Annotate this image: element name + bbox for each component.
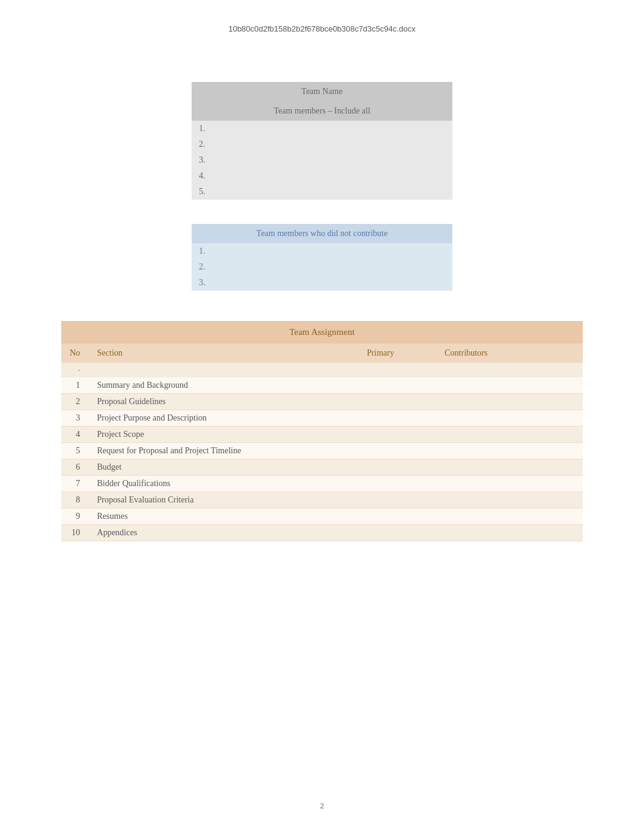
row-6-section: Budget bbox=[90, 459, 324, 476]
row-5-no: 5 bbox=[61, 443, 90, 459]
row-3-section: Project Purpose and Description bbox=[90, 410, 324, 427]
col-no-header: No bbox=[61, 343, 90, 363]
team-name-title: Team Name bbox=[192, 82, 452, 101]
non-contribute-subheader: Team members who did not contribute bbox=[192, 224, 452, 243]
row-1-section: Summary and Background bbox=[90, 377, 324, 394]
row-1-primary bbox=[324, 377, 438, 394]
row-4-contributors bbox=[437, 427, 583, 443]
team-member-3-row: 3. bbox=[192, 152, 452, 168]
team-member-1-row: 1. bbox=[192, 121, 452, 137]
team-member-5: 5. bbox=[192, 184, 452, 200]
non-contribute-subheader-row: Team members who did not contribute bbox=[192, 224, 452, 243]
assignment-row-5: 5 Request for Proposal and Project Timel… bbox=[61, 443, 583, 459]
row-10-contributors bbox=[437, 525, 583, 541]
assignment-row-9: 9 Resumes bbox=[61, 509, 583, 525]
row-7-no: 7 bbox=[61, 476, 90, 492]
non-contribute-member-1-row: 1. bbox=[192, 243, 452, 259]
row-7-primary bbox=[324, 476, 438, 492]
row-5-section: Request for Proposal and Project Timelin… bbox=[90, 443, 324, 459]
row-10-no: 10 bbox=[61, 525, 90, 541]
non-contribute-table: Team members who did not contribute 1. 2… bbox=[192, 224, 452, 291]
assignment-row-1: 1 Summary and Background bbox=[61, 377, 583, 394]
row-5-contributors bbox=[437, 443, 583, 459]
row-6-contributors bbox=[437, 459, 583, 476]
bullet-cell: · bbox=[61, 363, 90, 377]
non-contribute-member-2: 2. bbox=[192, 259, 452, 275]
row-9-no: 9 bbox=[61, 509, 90, 525]
row-10-primary bbox=[324, 525, 438, 541]
assignment-row-8: 8 Proposal Evaluation Criteria bbox=[61, 492, 583, 509]
page: 10b80c0d2fb158b2b2f678bce0b308c7d3c5c94c… bbox=[0, 0, 644, 835]
assignment-table: Team Assignment No Section Primary Contr… bbox=[61, 321, 583, 541]
row-8-no: 8 bbox=[61, 492, 90, 509]
row-1-no: 1 bbox=[61, 377, 90, 394]
row-4-primary bbox=[324, 427, 438, 443]
assignment-row-2: 2 Proposal Guidelines bbox=[61, 394, 583, 410]
team-name-header-row: Team Name bbox=[192, 82, 452, 101]
row-1-contributors bbox=[437, 377, 583, 394]
assignment-row-4: 4 Project Scope bbox=[61, 427, 583, 443]
page-number: 2 bbox=[320, 801, 324, 811]
team-members-subheader-row: Team members – Include all bbox=[192, 101, 452, 121]
row-6-no: 6 bbox=[61, 459, 90, 476]
team-member-4-row: 4. bbox=[192, 168, 452, 184]
col-primary-header: Primary bbox=[324, 343, 438, 363]
row-4-no: 4 bbox=[61, 427, 90, 443]
team-member-3: 3. bbox=[192, 152, 452, 168]
col-section-header: Section bbox=[90, 343, 324, 363]
row-8-contributors bbox=[437, 492, 583, 509]
row-7-contributors bbox=[437, 476, 583, 492]
row-3-no: 3 bbox=[61, 410, 90, 427]
team-members-subheader: Team members – Include all bbox=[192, 101, 452, 121]
row-2-primary bbox=[324, 394, 438, 410]
team-member-5-row: 5. bbox=[192, 184, 452, 200]
row-2-no: 2 bbox=[61, 394, 90, 410]
col-contributors-header: Contributors bbox=[437, 343, 583, 363]
non-contribute-member-3-row: 3. bbox=[192, 275, 452, 291]
row-9-primary bbox=[324, 509, 438, 525]
filename: 10b80c0d2fb158b2b2f678bce0b308c7d3c5c94c… bbox=[49, 24, 595, 33]
assignment-title-row: Team Assignment bbox=[61, 321, 583, 343]
team-member-1: 1. bbox=[192, 121, 452, 137]
assignment-title: Team Assignment bbox=[61, 321, 583, 343]
row-9-contributors bbox=[437, 509, 583, 525]
assignment-row-6: 6 Budget bbox=[61, 459, 583, 476]
non-contribute-member-1: 1. bbox=[192, 243, 452, 259]
assignment-row-10: 10 Appendices bbox=[61, 525, 583, 541]
row-2-section: Proposal Guidelines bbox=[90, 394, 324, 410]
team-member-2: 2. bbox=[192, 137, 452, 152]
row-6-primary bbox=[324, 459, 438, 476]
team-name-table: Team Name Team members – Include all 1. … bbox=[192, 82, 452, 200]
row-2-contributors bbox=[437, 394, 583, 410]
non-contribute-member-2-row: 2. bbox=[192, 259, 452, 275]
row-9-section: Resumes bbox=[90, 509, 324, 525]
assignment-row-3: 3 Project Purpose and Description bbox=[61, 410, 583, 427]
team-member-2-row: 2. bbox=[192, 137, 452, 152]
assignment-bullet-row: · bbox=[61, 363, 583, 377]
row-4-section: Project Scope bbox=[90, 427, 324, 443]
assignment-row-7: 7 Bidder Qualifications bbox=[61, 476, 583, 492]
row-3-contributors bbox=[437, 410, 583, 427]
row-7-section: Bidder Qualifications bbox=[90, 476, 324, 492]
assignment-header-row: No Section Primary Contributors bbox=[61, 343, 583, 363]
row-8-section: Proposal Evaluation Criteria bbox=[90, 492, 324, 509]
row-5-primary bbox=[324, 443, 438, 459]
non-contribute-member-3: 3. bbox=[192, 275, 452, 291]
row-3-primary bbox=[324, 410, 438, 427]
row-10-section: Appendices bbox=[90, 525, 324, 541]
team-member-4: 4. bbox=[192, 168, 452, 184]
row-8-primary bbox=[324, 492, 438, 509]
